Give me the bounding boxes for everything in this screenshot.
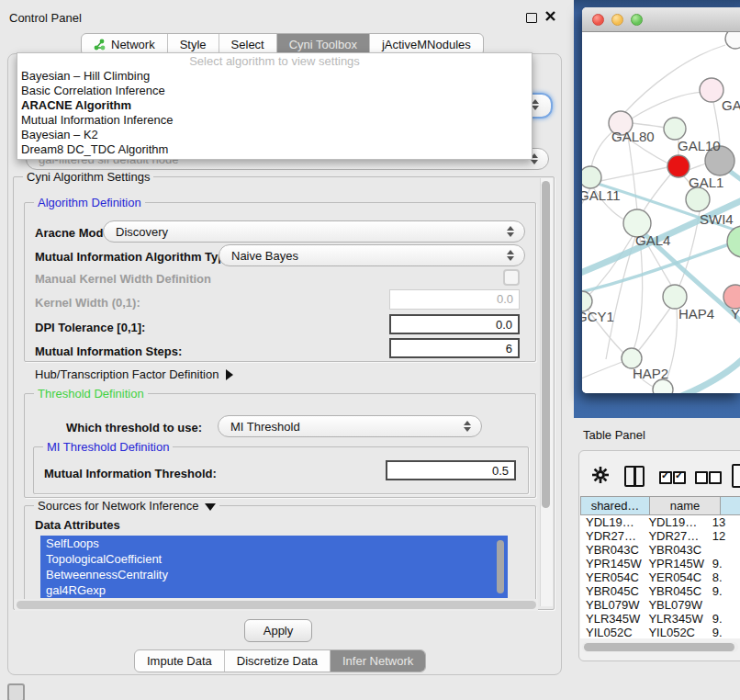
network-edge	[582, 362, 622, 387]
settings-vertical-scrollbar-thumb[interactable]	[542, 181, 550, 508]
column-header-name[interactable]: name	[650, 496, 721, 515]
tab-label: Infer Network	[342, 654, 413, 668]
node-label-gal80[interactable]: GAL80	[611, 129, 655, 144]
tab-infer-network[interactable]: Infer Network	[331, 650, 425, 672]
algorithm-option-dream8-dc-tdc-algorithm[interactable]: Dream8 DC_TDC Algorithm	[17, 142, 532, 157]
table-cell	[707, 543, 740, 557]
algorithm-option-aracne-algorithm[interactable]: ARACNE Algorithm	[17, 98, 532, 113]
attribute-item-selfloops[interactable]: SelfLoops	[40, 536, 508, 551]
tab-discretize-data[interactable]: Discretize Data	[225, 650, 331, 672]
select-all-columns-icon[interactable]: ✓	[673, 471, 686, 484]
network-window-titlebar[interactable]	[582, 7, 740, 32]
deselect-all-columns-icon[interactable]	[709, 471, 722, 484]
algorithm-option-basic-correlation-inference[interactable]: Basic Correlation Inference	[17, 84, 532, 98]
network-canvas[interactable]: GAL2GAL80GAL10GAL1GAL11SWI4GAL4HAP4YGCY1…	[582, 32, 740, 393]
algorithm-option-mutual-information-inference[interactable]: Mutual Information Inference	[17, 113, 532, 128]
close-icon[interactable]	[544, 10, 556, 22]
network-node[interactable]	[686, 187, 710, 211]
table-row[interactable]: YBR043CYBR043C	[580, 543, 740, 557]
mi-algorithm-type-combobox[interactable]: Naive Bayes	[219, 244, 525, 266]
table-row[interactable]: YBL079WYBL079W	[580, 598, 740, 612]
attribute-item-betweennesscentrality[interactable]: BetweennessCentrality	[40, 567, 508, 582]
attribute-item-gal4rgexp[interactable]: gal4RGexp	[40, 582, 508, 598]
column-header-shared[interactable]: shared…	[580, 496, 650, 515]
settings-gear-icon[interactable]	[591, 466, 610, 484]
table-cell: 9.	[707, 612, 740, 626]
node-label-gal4[interactable]: GAL4	[635, 232, 670, 248]
table-cell: YBL079W	[643, 598, 706, 612]
table-row[interactable]: YIL052CYIL052C9.	[580, 626, 740, 638]
aracne-mode-combobox[interactable]: Discovery	[103, 220, 525, 243]
table-cell: YBR043C	[643, 543, 706, 557]
tab-label: Discretize Data	[237, 654, 318, 668]
table-row[interactable]: YBR045CYBR045C9.	[580, 584, 740, 598]
close-window-icon[interactable]	[592, 14, 604, 26]
table-panel-title: Table Panel	[583, 428, 645, 442]
algorithm-option-bayesian-hill-climbing[interactable]: Bayesian – Hill Climbing	[17, 69, 532, 84]
corner-widget-icon[interactable]	[7, 683, 25, 700]
table-cell: YPR145W	[643, 557, 706, 570]
table-row[interactable]: YDL19…YDL19…13	[580, 515, 740, 529]
network-node[interactable]	[664, 118, 686, 140]
new-column-icon[interactable]	[732, 464, 740, 488]
node-label-swi4[interactable]: SWI4	[700, 211, 734, 227]
table-cell: 12	[707, 529, 740, 543]
network-edge	[689, 164, 706, 170]
split-columns-icon[interactable]	[624, 466, 645, 487]
dpi-tolerance-field[interactable]: 0.0	[389, 314, 520, 334]
settings-horizontal-scrollbar-thumb[interactable]	[17, 601, 536, 609]
which-threshold-combobox[interactable]: MI Threshold	[218, 415, 482, 437]
algorithm-option-bayesian-k2[interactable]: Bayesian – K2	[17, 128, 532, 142]
table-row[interactable]: YDR27…YDR27…12	[580, 529, 740, 543]
column-header-2[interactable]	[721, 496, 740, 515]
table-cell: 9.	[707, 557, 740, 570]
apply-button[interactable]: Apply	[244, 619, 312, 642]
node-label-gal11[interactable]: GAL11	[582, 187, 621, 203]
network-node[interactable]	[667, 155, 690, 177]
mi-threshold-group-title: MI Threshold Definition	[43, 440, 173, 454]
float-window-icon[interactable]	[526, 13, 537, 23]
node-label-gal2[interactable]: GAL2	[722, 97, 740, 113]
mi-steps-field[interactable]: 6	[389, 338, 520, 358]
attributes-list-scrollbar-thumb[interactable]	[497, 540, 504, 593]
data-attributes-list[interactable]: SelfLoopsTopologicalCoefficientBetweenne…	[40, 536, 508, 598]
select-all-columns-icon[interactable]: ✓	[659, 471, 672, 484]
table-cell: YER054C	[580, 570, 643, 584]
table-row[interactable]: YPR145WYPR145W9.	[580, 557, 740, 570]
node-label-gal10[interactable]: GAL10	[678, 138, 721, 153]
hub-definition-expander[interactable]: Hub/Transcription Factor Definition	[35, 367, 233, 381]
node-label-gcy1[interactable]: GCY1	[582, 309, 614, 324]
table-row[interactable]: YLR345WYLR345W9.	[580, 612, 740, 626]
table-cell: YBR045C	[643, 584, 706, 598]
network-view-window[interactable]: GAL2GAL80GAL10GAL1GAL11SWI4GAL4HAP4YGCY1…	[582, 7, 740, 393]
sources-group-title[interactable]: Sources for Network Inference	[34, 499, 219, 513]
table-cell: 9.	[707, 626, 740, 638]
tab-label: Style	[180, 38, 207, 51]
network-view-background: GAL2GAL80GAL10GAL1GAL11SWI4GAL4HAP4YGCY1…	[574, 0, 740, 418]
algorithm-definition-title: Algorithm Definition	[34, 196, 145, 209]
network-node[interactable]	[700, 78, 723, 102]
minimize-window-icon[interactable]	[611, 14, 623, 26]
table-row[interactable]: YER054CYER054C8.	[580, 570, 740, 584]
node-label-hap4[interactable]: HAP4	[678, 306, 714, 322]
table-horizontal-scrollbar-thumb[interactable]	[584, 643, 734, 651]
deselect-all-columns-icon[interactable]	[695, 471, 708, 484]
network-edge	[632, 123, 665, 128]
table-cell: YLR345W	[580, 612, 643, 626]
table-cell: YBL079W	[580, 598, 643, 612]
zoom-window-icon[interactable]	[631, 14, 643, 26]
settings-group-title: Cyni Algorithm Settings	[23, 170, 153, 184]
attribute-item-topologicalcoefficient[interactable]: TopologicalCoefficient	[40, 551, 508, 567]
node-label-hap2[interactable]: HAP2	[633, 366, 668, 381]
tab-impute-data[interactable]: Impute Data	[135, 650, 225, 672]
node-label-y[interactable]: Y	[731, 306, 740, 322]
network-node[interactable]	[582, 166, 601, 188]
kernel-width-field[interactable]: 0.0	[389, 289, 520, 310]
network-node[interactable]	[653, 379, 673, 393]
mi-threshold-field[interactable]: 0.5	[386, 460, 516, 480]
network-node[interactable]	[727, 226, 740, 257]
network-node[interactable]	[725, 32, 740, 49]
table-rows: YDL19…YDL19…13YDR27…YDR27…12YBR043CYBR04…	[580, 515, 740, 638]
manual-kernel-width-checkbox[interactable]	[503, 269, 520, 286]
node-label-gal1[interactable]: GAL1	[689, 175, 723, 190]
